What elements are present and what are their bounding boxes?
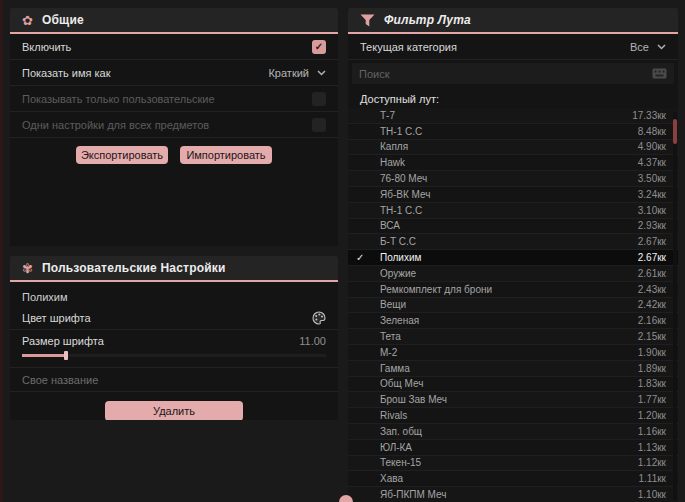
loot-list-scrollbar-thumb[interactable]	[673, 119, 677, 144]
font-size-block: Размер шрифта 11.00	[10, 330, 338, 368]
loot-list-item[interactable]: ✓ Текен-15 1.12кк	[348, 456, 678, 472]
font-color-label: Цвет шрифта	[22, 312, 91, 324]
enable-checkbox[interactable]: ✓	[312, 40, 326, 54]
loot-filter-panel-title: Фильтр Лута	[384, 13, 471, 27]
delete-button[interactable]: Удалить	[105, 401, 243, 420]
category-dropdown-value: Все	[630, 41, 649, 53]
general-panel: ✿ Общие Включить ✓ Показать имя как Крат…	[10, 8, 338, 246]
loot-list-item[interactable]: ✓ Hawk 4.37кк	[348, 155, 678, 171]
enable-label: Включить	[22, 41, 71, 53]
font-size-label: Размер шрифта	[22, 335, 104, 347]
only-custom-checkbox[interactable]	[312, 92, 326, 106]
category-dropdown[interactable]: Все	[630, 41, 666, 53]
font-size-slider-handle[interactable]	[64, 351, 68, 360]
show-name-dropdown-value: Краткий	[268, 67, 309, 79]
loot-list-item[interactable]: ✓ Общ Меч 1.83кк	[348, 377, 678, 393]
same-settings-label: Одни настройки для всех предметов	[22, 119, 209, 131]
show-name-dropdown[interactable]: Краткий	[268, 67, 326, 79]
available-loot-label: Доступный лут:	[348, 87, 678, 108]
same-settings-row: Одни настройки для всех предметов	[10, 112, 338, 138]
general-panel-header: ✿ Общие	[10, 8, 338, 34]
user-settings-panel: ✾ Пользовательские Настройки Полихим Цве…	[10, 256, 338, 420]
loot-list-item[interactable]: ✓ Капля 4.90кк	[348, 140, 678, 156]
font-size-value: 11.00	[299, 335, 326, 347]
loot-list-item[interactable]: ✓ Оружие 2.61кк	[348, 266, 678, 282]
font-size-head: Размер шрифта 11.00	[22, 332, 326, 351]
only-custom-row: Показывать только пользовательские	[10, 86, 338, 112]
selected-check-icon: ✓	[356, 252, 364, 263]
pink-dot-decoration	[339, 495, 353, 502]
selected-item-name: Полихим	[10, 282, 338, 307]
user-settings-panel-title: Пользовательские Настройки	[42, 261, 226, 275]
export-button[interactable]: Экспортировать	[76, 146, 168, 164]
loot-list-item[interactable]: ✓ Хава 1.11кк	[348, 471, 678, 487]
loot-filter-panel-header: Фильтр Лута	[348, 8, 678, 34]
loot-list-item[interactable]: ✓ Б-Т С.С 2.67кк	[348, 234, 678, 250]
loot-list-item[interactable]: ✓ Вещи 2.42кк	[348, 298, 678, 314]
show-name-row: Показать имя как Краткий	[10, 60, 338, 86]
loot-list-item[interactable]: ✓ Гамма 1.89кк	[348, 361, 678, 377]
loot-list-item[interactable]: ✓ ЮЛ-КА 1.13кк	[348, 440, 678, 456]
user-settings-icon: ✾	[22, 262, 33, 275]
loot-list-item[interactable]: ✓ Брош Зав Меч 1.77кк	[348, 392, 678, 408]
loot-list-item[interactable]: ✓ М-2 1.90кк	[348, 345, 678, 361]
user-settings-panel-header: ✾ Пользовательские Настройки	[10, 256, 338, 282]
loot-filter-panel: Фильтр Лута Текущая категория Все Доступ…	[348, 8, 678, 502]
category-label: Текущая категория	[360, 41, 457, 53]
loot-list-item[interactable]: ✓ Яб-ВК Меч 3.24кк	[348, 187, 678, 203]
loot-list-item[interactable]: ✓ Зеленая 2.16кк	[348, 313, 678, 329]
chevron-down-icon	[317, 70, 326, 76]
search-box	[352, 63, 674, 84]
category-row: Текущая категория Все	[348, 34, 678, 60]
loot-list-item[interactable]: ✓ Яб-ПКПМ Меч 1.10кк	[348, 487, 678, 502]
general-panel-title: Общие	[42, 13, 84, 27]
loot-list-item[interactable]: ✓ ТН-1 С.С 8.48кк	[348, 124, 678, 140]
show-name-label: Показать имя как	[22, 67, 111, 79]
keyboard-icon[interactable]	[652, 68, 667, 79]
loot-list-item[interactable]: ✓ Зап. общ 1.16кк	[348, 424, 678, 440]
funnel-icon	[360, 14, 375, 27]
font-size-slider[interactable]	[22, 351, 326, 360]
only-custom-label: Показывать только пользовательские	[22, 93, 215, 105]
loot-list: ✓ Т-7 17.33кк ✓ ТН-1 С.С 8.48кк ✓ Капля …	[348, 108, 678, 502]
gear-icon: ✿	[22, 14, 33, 27]
loot-list-item[interactable]: ✓ 76-80 Меч 3.50кк	[348, 171, 678, 187]
same-settings-checkbox[interactable]	[312, 118, 326, 132]
chevron-down-icon	[657, 44, 666, 50]
palette-icon[interactable]	[312, 311, 326, 325]
export-import-row: Экспортировать Импортировать	[10, 138, 338, 172]
enable-row: Включить ✓	[10, 34, 338, 60]
loot-list-item[interactable]: ✓ Ремкомплект для брони 2.43кк	[348, 282, 678, 298]
loot-list-item[interactable]: ✓ Rivals 1.20кк	[348, 408, 678, 424]
loot-list-item[interactable]: ✓ ТН-1 С.С 3.10кк	[348, 203, 678, 219]
loot-list-scrollbar[interactable]	[673, 112, 677, 500]
delete-row: Удалить	[10, 392, 338, 420]
font-size-slider-fill	[22, 354, 66, 357]
loot-list-item[interactable]: ✓ Полихим 2.67кк	[348, 250, 678, 266]
window-edge-strip	[0, 0, 3, 502]
custom-name-input[interactable]	[10, 368, 338, 392]
import-button[interactable]: Импортировать	[180, 146, 272, 164]
loot-list-item[interactable]: ✓ Т-7 17.33кк	[348, 108, 678, 124]
font-color-row: Цвет шрифта	[10, 307, 338, 330]
search-input[interactable]	[359, 68, 646, 80]
loot-list-item[interactable]: ✓ ВСА 2.93кк	[348, 219, 678, 235]
loot-list-item[interactable]: ✓ Тета 2.15кк	[348, 329, 678, 345]
